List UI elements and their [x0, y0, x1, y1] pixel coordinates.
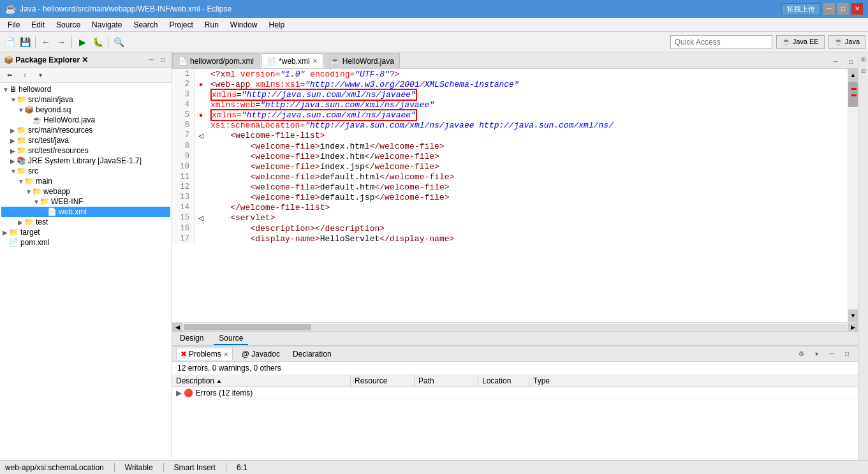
menu-search[interactable]: Search: [128, 19, 163, 31]
menu-project[interactable]: Project: [164, 19, 198, 31]
tree-item-src-main-res[interactable]: ▶ 📁 src/main/resources: [1, 125, 170, 135]
tree-item-helloword-java[interactable]: ☕ HelloWord.java: [1, 115, 170, 125]
menu-edit[interactable]: Edit: [26, 19, 50, 31]
run-button[interactable]: ▶: [75, 35, 89, 49]
java-tab-icon: ☕: [330, 57, 340, 66]
problems-tab-close[interactable]: ✕: [223, 351, 228, 358]
problems-maximize-button[interactable]: □: [840, 347, 854, 361]
maximize-button[interactable]: □: [837, 3, 849, 15]
pe-minimize-button[interactable]: ─: [146, 55, 156, 65]
problems-minimize-button[interactable]: ─: [825, 347, 839, 361]
pe-menu-button[interactable]: ▾: [33, 68, 47, 82]
forward-button[interactable]: →: [54, 35, 68, 49]
scroll-right-button[interactable]: ▶: [848, 323, 858, 332]
expand-arrow[interactable]: ▶: [176, 389, 184, 397]
line-marker: [195, 100, 207, 110]
problems-tab-declaration[interactable]: Declaration: [289, 348, 335, 360]
extra-btn[interactable]: 拓拽上传: [781, 3, 821, 15]
errors-group-row[interactable]: ▶ 🔴 Errors (12 items): [172, 387, 858, 399]
quick-access-input[interactable]: [670, 35, 772, 49]
horizontal-track[interactable]: [184, 324, 846, 330]
tree-item-src[interactable]: ▼ 📁 src: [1, 166, 170, 176]
tree-item-src-main-java[interactable]: ▼ 📁 src/main/java: [1, 94, 170, 105]
menu-file[interactable]: File: [3, 19, 25, 31]
tab-minimize-button[interactable]: ─: [828, 54, 842, 68]
tab-web-xml[interactable]: 📄 *web.xml ✕: [261, 53, 323, 68]
tree-item-main[interactable]: ▼ 📁 main: [1, 176, 170, 186]
tab-maximize-button[interactable]: □: [844, 54, 858, 68]
java-ee-perspective-button[interactable]: ☕ Java EE: [776, 35, 825, 49]
pe-tree: ▼ 🖥 helloword ▼ 📁 src/main/java ▼ 📦 beyo…: [0, 83, 172, 460]
menu-source[interactable]: Source: [51, 19, 85, 31]
tree-item-web-xml[interactable]: 📄 web.xml: [1, 207, 170, 217]
pe-sync-button[interactable]: ↕: [18, 68, 32, 82]
tree-item-beyond-sq[interactable]: ▼ 📦 beyond.sq: [1, 105, 170, 115]
save-button[interactable]: 💾: [18, 35, 32, 49]
code-line-9: 9 <welcome-file>index.htm</welcome-file>: [172, 151, 848, 161]
tree-item-jre[interactable]: ▶ 📚 JRE System Library [JavaSE-1.7]: [1, 156, 170, 166]
code-scroll-area[interactable]: 1 <?xml version="1.0" encoding="UTF-8"?>…: [172, 69, 848, 322]
tab-design[interactable]: Design: [175, 332, 209, 345]
status-bar: web-app/xsi:schemaLocation Writable Smar…: [0, 460, 868, 474]
tree-item-test[interactable]: ▶ 📁 test: [1, 217, 170, 227]
code-line-8: 8 <welcome-file>index.html</welcome-file…: [172, 141, 848, 151]
tree-item-src-test-java[interactable]: ▶ 📁 src/test/java: [1, 135, 170, 145]
line-number: 12: [172, 182, 195, 192]
tab-helloword-java[interactable]: ☕ HelloWord.java: [325, 53, 400, 68]
scroll-left-button[interactable]: ◀: [172, 323, 182, 332]
tab-pom-xml[interactable]: 📄 helloword/pom.xml: [172, 53, 260, 68]
horizontal-thumb[interactable]: [184, 324, 311, 330]
line-number: 3: [172, 89, 195, 100]
tree-item-webapp[interactable]: ▼ 📁 webapp: [1, 186, 170, 196]
back-button[interactable]: ←: [39, 35, 53, 49]
problems-filter-button[interactable]: ⚙: [794, 347, 808, 361]
java-tab-label: HelloWord.java: [342, 57, 394, 66]
code-line-5: 5 ● xmlns="http://java.sun.com/xml/ns/ja…: [172, 110, 848, 120]
pe-collapse-button[interactable]: ⬅: [3, 68, 17, 82]
line-marker: ◁: [195, 130, 207, 141]
col-location[interactable]: Location: [478, 375, 529, 387]
menu-help[interactable]: Help: [264, 19, 290, 31]
debug-button[interactable]: 🐛: [91, 35, 105, 49]
tree-item-web-inf[interactable]: ▼ 📁 WEB-INF: [1, 196, 170, 207]
tree-item-helloword[interactable]: ▼ 🖥 helloword: [1, 84, 170, 94]
line-code: <welcome-file-list>: [207, 130, 848, 141]
line-number: 11: [172, 172, 195, 182]
line-code: <welcome-file>index.html</welcome-file>: [207, 141, 848, 151]
right-btn-1[interactable]: ⊞: [859, 55, 868, 64]
right-btn-2[interactable]: ⊟: [859, 66, 868, 75]
tree-item-target[interactable]: ▶ 📁 target: [1, 227, 170, 237]
code-editor[interactable]: 1 <?xml version="1.0" encoding="UTF-8"?>…: [172, 69, 858, 322]
tab-source[interactable]: Source: [214, 332, 248, 345]
web-tab-label: *web.xml: [279, 57, 310, 66]
scroll-down-button[interactable]: ▼: [848, 309, 858, 322]
line-code: xsi:schemaLocation="http://java.sun.com/…: [207, 120, 848, 130]
problems-tab-problems[interactable]: ✖ Problems ✕: [176, 348, 233, 360]
col-resource[interactable]: Resource: [351, 375, 415, 387]
close-button[interactable]: ✕: [851, 3, 863, 15]
search-toolbar-button[interactable]: 🔍: [112, 35, 126, 49]
col-description[interactable]: Description ▲: [172, 375, 351, 387]
scroll-up-button[interactable]: ▲: [848, 69, 858, 82]
menu-run[interactable]: Run: [200, 19, 224, 31]
tree-item-pom-xml[interactable]: 📄 pom.xml: [1, 237, 170, 248]
web-tab-close[interactable]: ✕: [313, 57, 318, 64]
menu-window[interactable]: Window: [225, 19, 263, 31]
project-icon: 🖥: [9, 85, 17, 94]
code-line-15: 15 ◁ <servlet>: [172, 212, 848, 223]
problems-menu-button[interactable]: ▾: [809, 347, 823, 361]
title-bar: ☕ Java - helloword/src/main/webapp/WEB-I…: [0, 0, 868, 18]
col-loc-label: Location: [482, 376, 511, 385]
tree-item-src-test-res[interactable]: ▶ 📁 src/test/resources: [1, 145, 170, 156]
scroll-track[interactable]: [848, 82, 858, 309]
java-perspective-button[interactable]: ☕ Java: [828, 35, 865, 49]
pe-maximize-button[interactable]: □: [158, 55, 168, 65]
problems-tab-javadoc[interactable]: @ Javadoc: [238, 348, 284, 360]
minimize-button[interactable]: ─: [823, 3, 835, 15]
menu-navigate[interactable]: Navigate: [87, 19, 127, 31]
col-type[interactable]: Type: [529, 375, 858, 387]
col-path[interactable]: Path: [415, 375, 478, 387]
new-button[interactable]: 📄: [3, 35, 17, 49]
vertical-scrollbar[interactable]: ▲ ▼: [848, 69, 858, 322]
horizontal-scrollbar[interactable]: ◀ ▶: [172, 322, 858, 331]
